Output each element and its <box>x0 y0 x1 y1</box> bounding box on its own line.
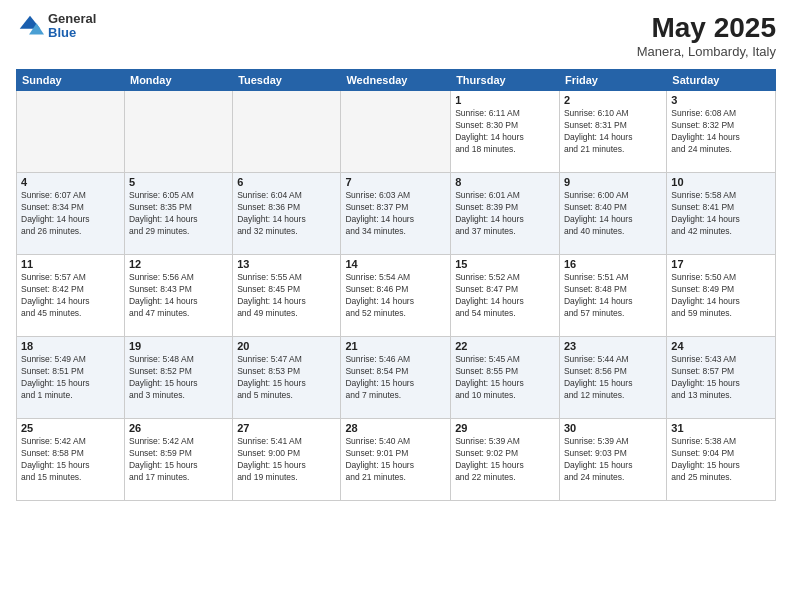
day-number: 22 <box>455 340 555 352</box>
day-info: Sunrise: 5:41 AM Sunset: 9:00 PM Dayligh… <box>237 436 336 484</box>
logo-general-text: General <box>48 12 96 26</box>
table-row: 19Sunrise: 5:48 AM Sunset: 8:52 PM Dayli… <box>124 337 232 419</box>
day-info: Sunrise: 5:43 AM Sunset: 8:57 PM Dayligh… <box>671 354 771 402</box>
logo-blue-text: Blue <box>48 26 96 40</box>
table-row: 27Sunrise: 5:41 AM Sunset: 9:00 PM Dayli… <box>233 419 341 501</box>
table-row: 2Sunrise: 6:10 AM Sunset: 8:31 PM Daylig… <box>559 91 666 173</box>
day-number: 27 <box>237 422 336 434</box>
table-row: 29Sunrise: 5:39 AM Sunset: 9:02 PM Dayli… <box>451 419 560 501</box>
day-info: Sunrise: 5:56 AM Sunset: 8:43 PM Dayligh… <box>129 272 228 320</box>
logo-icon <box>16 12 44 40</box>
day-info: Sunrise: 5:54 AM Sunset: 8:46 PM Dayligh… <box>345 272 446 320</box>
logo: General Blue <box>16 12 96 41</box>
day-info: Sunrise: 5:44 AM Sunset: 8:56 PM Dayligh… <box>564 354 662 402</box>
day-number: 23 <box>564 340 662 352</box>
day-number: 10 <box>671 176 771 188</box>
calendar-week-row: 11Sunrise: 5:57 AM Sunset: 8:42 PM Dayli… <box>17 255 776 337</box>
col-friday: Friday <box>559 70 666 91</box>
day-number: 16 <box>564 258 662 270</box>
day-info: Sunrise: 5:42 AM Sunset: 8:58 PM Dayligh… <box>21 436 120 484</box>
day-number: 21 <box>345 340 446 352</box>
day-number: 24 <box>671 340 771 352</box>
day-info: Sunrise: 6:08 AM Sunset: 8:32 PM Dayligh… <box>671 108 771 156</box>
table-row: 28Sunrise: 5:40 AM Sunset: 9:01 PM Dayli… <box>341 419 451 501</box>
day-number: 2 <box>564 94 662 106</box>
day-number: 12 <box>129 258 228 270</box>
table-row: 24Sunrise: 5:43 AM Sunset: 8:57 PM Dayli… <box>667 337 776 419</box>
table-row: 6Sunrise: 6:04 AM Sunset: 8:36 PM Daylig… <box>233 173 341 255</box>
title-block: May 2025 Manera, Lombardy, Italy <box>637 12 776 59</box>
day-number: 8 <box>455 176 555 188</box>
table-row: 3Sunrise: 6:08 AM Sunset: 8:32 PM Daylig… <box>667 91 776 173</box>
day-info: Sunrise: 5:57 AM Sunset: 8:42 PM Dayligh… <box>21 272 120 320</box>
table-row: 11Sunrise: 5:57 AM Sunset: 8:42 PM Dayli… <box>17 255 125 337</box>
table-row: 5Sunrise: 6:05 AM Sunset: 8:35 PM Daylig… <box>124 173 232 255</box>
day-info: Sunrise: 6:04 AM Sunset: 8:36 PM Dayligh… <box>237 190 336 238</box>
calendar-week-row: 18Sunrise: 5:49 AM Sunset: 8:51 PM Dayli… <box>17 337 776 419</box>
table-row: 16Sunrise: 5:51 AM Sunset: 8:48 PM Dayli… <box>559 255 666 337</box>
calendar-week-row: 1Sunrise: 6:11 AM Sunset: 8:30 PM Daylig… <box>17 91 776 173</box>
day-info: Sunrise: 5:40 AM Sunset: 9:01 PM Dayligh… <box>345 436 446 484</box>
day-number: 18 <box>21 340 120 352</box>
day-number: 3 <box>671 94 771 106</box>
calendar-week-row: 4Sunrise: 6:07 AM Sunset: 8:34 PM Daylig… <box>17 173 776 255</box>
table-row: 21Sunrise: 5:46 AM Sunset: 8:54 PM Dayli… <box>341 337 451 419</box>
col-tuesday: Tuesday <box>233 70 341 91</box>
table-row: 1Sunrise: 6:11 AM Sunset: 8:30 PM Daylig… <box>451 91 560 173</box>
col-sunday: Sunday <box>17 70 125 91</box>
day-info: Sunrise: 5:52 AM Sunset: 8:47 PM Dayligh… <box>455 272 555 320</box>
day-number: 11 <box>21 258 120 270</box>
table-row: 18Sunrise: 5:49 AM Sunset: 8:51 PM Dayli… <box>17 337 125 419</box>
day-number: 17 <box>671 258 771 270</box>
day-info: Sunrise: 6:10 AM Sunset: 8:31 PM Dayligh… <box>564 108 662 156</box>
table-row: 10Sunrise: 5:58 AM Sunset: 8:41 PM Dayli… <box>667 173 776 255</box>
day-number: 26 <box>129 422 228 434</box>
day-number: 25 <box>21 422 120 434</box>
table-row <box>124 91 232 173</box>
table-row: 9Sunrise: 6:00 AM Sunset: 8:40 PM Daylig… <box>559 173 666 255</box>
table-row: 22Sunrise: 5:45 AM Sunset: 8:55 PM Dayli… <box>451 337 560 419</box>
day-number: 6 <box>237 176 336 188</box>
day-info: Sunrise: 5:55 AM Sunset: 8:45 PM Dayligh… <box>237 272 336 320</box>
table-row: 8Sunrise: 6:01 AM Sunset: 8:39 PM Daylig… <box>451 173 560 255</box>
day-number: 20 <box>237 340 336 352</box>
month-title: May 2025 <box>637 12 776 44</box>
table-row <box>17 91 125 173</box>
day-info: Sunrise: 6:01 AM Sunset: 8:39 PM Dayligh… <box>455 190 555 238</box>
table-row: 30Sunrise: 5:39 AM Sunset: 9:03 PM Dayli… <box>559 419 666 501</box>
page: General Blue May 2025 Manera, Lombardy, … <box>0 0 792 612</box>
day-info: Sunrise: 5:51 AM Sunset: 8:48 PM Dayligh… <box>564 272 662 320</box>
header: General Blue May 2025 Manera, Lombardy, … <box>16 12 776 59</box>
day-info: Sunrise: 6:07 AM Sunset: 8:34 PM Dayligh… <box>21 190 120 238</box>
day-info: Sunrise: 5:39 AM Sunset: 9:02 PM Dayligh… <box>455 436 555 484</box>
day-number: 7 <box>345 176 446 188</box>
day-number: 30 <box>564 422 662 434</box>
day-info: Sunrise: 6:11 AM Sunset: 8:30 PM Dayligh… <box>455 108 555 156</box>
day-info: Sunrise: 5:49 AM Sunset: 8:51 PM Dayligh… <box>21 354 120 402</box>
day-info: Sunrise: 5:42 AM Sunset: 8:59 PM Dayligh… <box>129 436 228 484</box>
day-number: 14 <box>345 258 446 270</box>
table-row <box>233 91 341 173</box>
calendar: Sunday Monday Tuesday Wednesday Thursday… <box>16 69 776 501</box>
table-row: 13Sunrise: 5:55 AM Sunset: 8:45 PM Dayli… <box>233 255 341 337</box>
day-info: Sunrise: 5:39 AM Sunset: 9:03 PM Dayligh… <box>564 436 662 484</box>
day-number: 1 <box>455 94 555 106</box>
col-saturday: Saturday <box>667 70 776 91</box>
day-info: Sunrise: 6:05 AM Sunset: 8:35 PM Dayligh… <box>129 190 228 238</box>
table-row: 12Sunrise: 5:56 AM Sunset: 8:43 PM Dayli… <box>124 255 232 337</box>
day-info: Sunrise: 5:45 AM Sunset: 8:55 PM Dayligh… <box>455 354 555 402</box>
calendar-week-row: 25Sunrise: 5:42 AM Sunset: 8:58 PM Dayli… <box>17 419 776 501</box>
table-row: 20Sunrise: 5:47 AM Sunset: 8:53 PM Dayli… <box>233 337 341 419</box>
table-row: 7Sunrise: 6:03 AM Sunset: 8:37 PM Daylig… <box>341 173 451 255</box>
table-row: 14Sunrise: 5:54 AM Sunset: 8:46 PM Dayli… <box>341 255 451 337</box>
table-row: 26Sunrise: 5:42 AM Sunset: 8:59 PM Dayli… <box>124 419 232 501</box>
logo-text: General Blue <box>48 12 96 41</box>
col-wednesday: Wednesday <box>341 70 451 91</box>
col-monday: Monday <box>124 70 232 91</box>
day-number: 28 <box>345 422 446 434</box>
day-number: 5 <box>129 176 228 188</box>
day-info: Sunrise: 5:38 AM Sunset: 9:04 PM Dayligh… <box>671 436 771 484</box>
day-number: 31 <box>671 422 771 434</box>
day-number: 29 <box>455 422 555 434</box>
day-info: Sunrise: 5:50 AM Sunset: 8:49 PM Dayligh… <box>671 272 771 320</box>
